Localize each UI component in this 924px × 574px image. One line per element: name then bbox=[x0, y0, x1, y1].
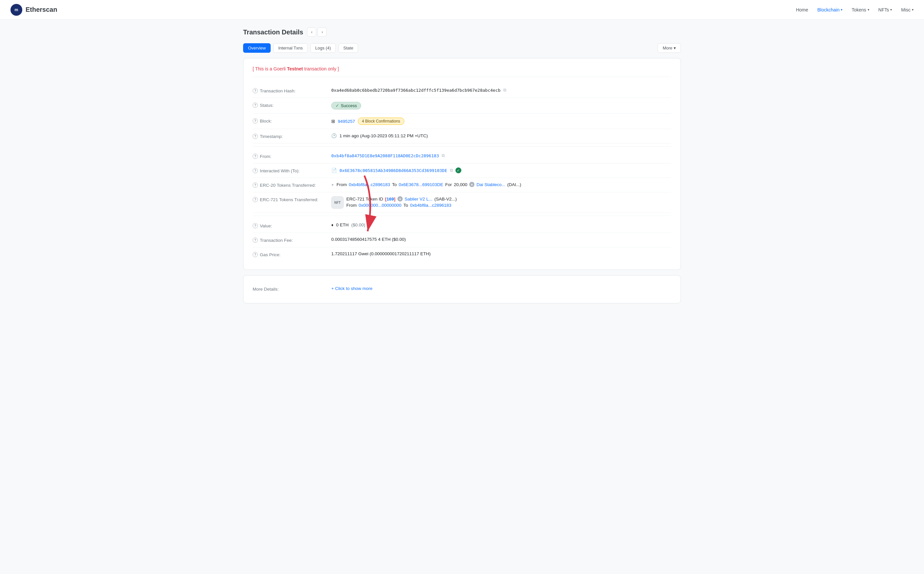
more-details-value: + Click to show more bbox=[331, 286, 672, 291]
logo-text: Etherscan bbox=[25, 6, 57, 13]
erc20-to-address[interactable]: 0x6E3678...699103DE bbox=[399, 182, 443, 187]
next-arrow-button[interactable]: › bbox=[317, 27, 327, 37]
help-icon[interactable]: ? bbox=[252, 168, 258, 173]
erc721-type-label: ERC-721 Token ID bbox=[346, 197, 383, 202]
block-confirmations-badge: 4 Block Confirmations bbox=[358, 118, 405, 125]
clock-icon: 🕐 bbox=[331, 133, 337, 138]
transaction-hash-row: ? Transaction Hash: 0xa4ed68ab0c6bbedb27… bbox=[252, 84, 672, 98]
value-eth: 0 ETH bbox=[336, 222, 348, 227]
interacted-with-value: 📄 0x6E3678c005815Ab34986D8d66A353Cd36991… bbox=[331, 167, 672, 173]
dai-token-icon: ◈ bbox=[469, 182, 475, 187]
erc721-to-address[interactable]: 0xb4bf8a...c2896183 bbox=[410, 203, 451, 208]
copy-to-button[interactable]: ⧉ bbox=[450, 168, 453, 173]
check-icon: ✓ bbox=[336, 103, 339, 108]
erc721-from-label: From bbox=[346, 203, 357, 208]
help-icon[interactable]: ? bbox=[252, 252, 258, 257]
help-icon[interactable]: ? bbox=[252, 183, 258, 188]
tab-internal-txns[interactable]: Internal Txns bbox=[273, 43, 307, 53]
copy-from-button[interactable]: ⧉ bbox=[442, 153, 445, 158]
page-title: Transaction Details bbox=[243, 28, 303, 36]
nav-misc[interactable]: Misc ▾ bbox=[901, 7, 913, 13]
help-icon[interactable]: ? bbox=[252, 88, 258, 93]
more-details-row: More Details: + Click to show more bbox=[252, 282, 672, 296]
erc20-amount: 20,000 bbox=[454, 182, 467, 187]
block-icon: ⊞ bbox=[331, 118, 335, 124]
more-button[interactable]: More ▾ bbox=[658, 43, 681, 53]
prev-arrow-button[interactable]: ‹ bbox=[307, 27, 316, 37]
erc20-label: ? ERC-20 Tokens Transferred: bbox=[252, 182, 331, 188]
help-icon[interactable]: ? bbox=[252, 238, 258, 243]
fee-label: ? Transaction Fee: bbox=[252, 237, 331, 243]
erc20-from-label: From bbox=[336, 182, 347, 187]
erc721-token-symbol: (SAB-V2...) bbox=[434, 197, 457, 202]
chevron-down-icon: ▾ bbox=[868, 8, 869, 11]
from-value: 0xb4bf8a8475D1E8e9A2088F118AD0E2cDc28961… bbox=[331, 153, 672, 158]
copy-hash-button[interactable]: ⧉ bbox=[503, 87, 506, 93]
erc20-token-name[interactable]: Dai Stableco... bbox=[476, 182, 505, 187]
from-row: ? From: 0xb4bf8a8475D1E8e9A2088F118AD0E2… bbox=[252, 149, 672, 164]
help-icon[interactable]: ? bbox=[252, 197, 258, 202]
erc20-value: ► From 0xb4bf8a...c2896183 To 0x6E3678..… bbox=[331, 182, 672, 187]
logo[interactable]: m Etherscan bbox=[11, 4, 57, 16]
erc20-to-label: To bbox=[392, 182, 397, 187]
more-details-card: More Details: + Click to show more bbox=[243, 275, 681, 303]
tab-logs[interactable]: Logs (4) bbox=[310, 43, 336, 53]
expand-icon[interactable]: ► bbox=[331, 183, 334, 186]
tabs-row: Overview Internal Txns Logs (4) State Mo… bbox=[243, 43, 681, 53]
erc721-row: ? ERC-721 Tokens Transferred: NFT ERC-72… bbox=[252, 192, 672, 213]
sablier-token-icon: ◈ bbox=[397, 196, 403, 202]
more-details-label: More Details: bbox=[252, 286, 331, 292]
erc721-content: ERC-721 Token ID [169] ◈ Sablier V2 L...… bbox=[346, 196, 457, 208]
interacted-with-label: ? Interacted With (To): bbox=[252, 167, 331, 173]
chevron-down-icon: ▾ bbox=[841, 8, 842, 11]
nav-home[interactable]: Home bbox=[796, 7, 808, 13]
chevron-down-icon: ▾ bbox=[912, 8, 913, 11]
erc20-for-label: For bbox=[445, 182, 452, 187]
tabs: Overview Internal Txns Logs (4) State bbox=[243, 43, 358, 53]
block-number-link[interactable]: 9495257 bbox=[338, 119, 355, 124]
nav-tokens[interactable]: Tokens ▾ bbox=[851, 7, 869, 13]
erc721-from-address[interactable]: 0x000000...00000000 bbox=[359, 203, 402, 208]
help-icon[interactable]: ? bbox=[252, 102, 258, 108]
value-value: ♦ 0 ETH ($0.00) bbox=[331, 222, 672, 227]
transaction-hash-value: 0xa4ed68ab0c6bbedb2720ba9f7366abc12dfffc… bbox=[331, 87, 672, 93]
to-address-link[interactable]: 0x6E3678c005815Ab34986D8d66A353Cd3699103… bbox=[339, 168, 447, 173]
from-label: ? From: bbox=[252, 153, 331, 159]
status-label: ? Status: bbox=[252, 102, 331, 108]
nav-nfts[interactable]: NFTs ▾ bbox=[878, 7, 892, 13]
help-icon[interactable]: ? bbox=[252, 154, 258, 159]
interacted-with-row: ? Interacted With (To): 📄 0x6E3678c00581… bbox=[252, 164, 672, 178]
transaction-details-card: [ This is a Goerli Testnet transaction o… bbox=[243, 58, 681, 270]
help-icon[interactable]: ? bbox=[252, 118, 258, 123]
erc721-token-name[interactable]: Sablier V2 L... bbox=[405, 197, 432, 202]
erc721-token-id[interactable]: 169 bbox=[386, 197, 394, 202]
erc721-line-1: ERC-721 Token ID [169] ◈ Sablier V2 L...… bbox=[346, 196, 457, 202]
timestamp-label: ? Timestamp: bbox=[252, 133, 331, 139]
help-icon[interactable]: ? bbox=[252, 223, 258, 229]
show-more-link[interactable]: + Click to show more bbox=[331, 286, 372, 291]
value-row: ? Value: ♦ 0 ETH ($0.00) bbox=[252, 219, 672, 233]
testnet-banner: [ This is a Goerli Testnet transaction o… bbox=[252, 66, 672, 77]
status-badge: ✓ Success bbox=[331, 102, 361, 109]
transaction-hash-label: ? Transaction Hash: bbox=[252, 87, 331, 93]
navbar: m Etherscan Home Blockchain ▾ Tokens ▾ N… bbox=[0, 0, 924, 20]
block-row: ? Block: ⊞ 9495257 4 Block Confirmations bbox=[252, 114, 672, 129]
fee-row: ? Transaction Fee: 0.00031748560417575 4… bbox=[252, 233, 672, 248]
svg-text:m: m bbox=[15, 7, 18, 12]
eth-icon: ♦ bbox=[331, 222, 334, 227]
from-address-link[interactable]: 0xb4bf8a8475D1E8e9A2088F118AD0E2cDc28961… bbox=[331, 153, 439, 158]
erc20-transfer-row: ► From 0xb4bf8a...c2896183 To 0x6E3678..… bbox=[331, 182, 521, 187]
fee-value: 0.00031748560417575 4 ETH ($0.00) bbox=[331, 237, 672, 242]
nav-arrows: ‹ › bbox=[307, 27, 327, 37]
erc20-from-address[interactable]: 0xb4bf8a...c2896183 bbox=[348, 182, 390, 187]
page-header: Transaction Details ‹ › bbox=[243, 27, 681, 37]
gas-row: ? Gas Price: 1.720211117 Gwei (0.0000000… bbox=[252, 248, 672, 262]
tab-overview[interactable]: Overview bbox=[243, 43, 271, 53]
help-icon[interactable]: ? bbox=[252, 134, 258, 139]
nav-blockchain[interactable]: Blockchain ▾ bbox=[817, 7, 842, 13]
erc721-line-2: From 0x000000...00000000 To 0xb4bf8a...c… bbox=[346, 203, 457, 208]
verified-icon: ✓ bbox=[456, 167, 461, 173]
erc20-token-symbol: (DAI...) bbox=[507, 182, 521, 187]
tab-state[interactable]: State bbox=[339, 43, 358, 53]
erc721-label: ? ERC-721 Tokens Transferred: bbox=[252, 196, 331, 202]
